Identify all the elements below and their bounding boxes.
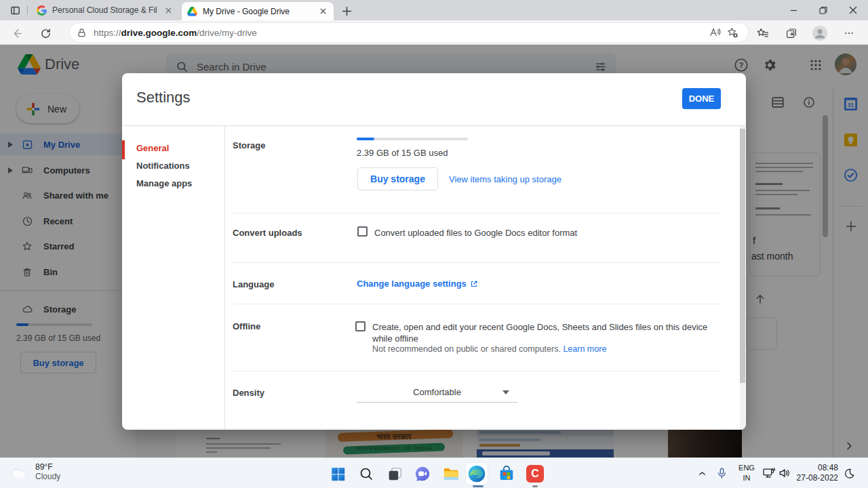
external-link-icon — [470, 280, 478, 288]
dialog-nav-divider — [224, 126, 225, 430]
row-divider — [233, 213, 721, 214]
offline-note: Not recommended on public or shared comp… — [372, 344, 606, 354]
language-label: Language — [233, 279, 274, 289]
offline-label: Offline — [233, 321, 260, 331]
browser-profile-button[interactable] — [812, 25, 828, 41]
url-scheme: https:// — [94, 28, 121, 38]
read-aloud-button[interactable] — [706, 24, 724, 41]
tab-title: My Drive - Google Drive — [203, 7, 312, 16]
tray-language-switcher[interactable]: ENG IN — [736, 463, 757, 483]
collections-button[interactable] — [783, 25, 800, 41]
favorites-button[interactable] — [754, 25, 770, 41]
site-security-lock-icon[interactable] — [77, 28, 87, 38]
density-label: Density — [233, 388, 264, 398]
learn-more-link[interactable]: Learn more — [563, 344, 606, 354]
taskbar-search-button[interactable] — [355, 463, 377, 485]
microsoft-store-button[interactable] — [496, 463, 517, 485]
web-page: Drive Search in Drive ? — [0, 45, 868, 458]
tab-title: Personal Cloud Storage & File Sh — [52, 5, 157, 15]
weather-cloud-icon — [9, 464, 30, 479]
camtasia-button[interactable]: C — [524, 463, 546, 485]
google-favicon-icon — [37, 5, 47, 16]
edge-running-indicator — [473, 485, 484, 487]
density-value: Comfortable — [413, 387, 461, 397]
offline-note-text: Not recommended on public or shared comp… — [372, 344, 561, 354]
convert-uploads-checkbox[interactable] — [357, 226, 368, 237]
windows-taskbar: 89°F Cloudy C — [0, 458, 868, 488]
density-dropdown[interactable]: Comfortable — [357, 382, 517, 403]
weather-widget[interactable]: 89°F Cloudy — [9, 462, 60, 481]
tray-region: IN — [736, 473, 757, 483]
new-tab-button[interactable] — [340, 5, 353, 17]
browser-tab-2-active[interactable]: My Drive - Google Drive — [182, 2, 334, 20]
refresh-button[interactable] — [37, 25, 54, 41]
tray-date: 27-08-2022 — [787, 473, 838, 483]
task-view-button[interactable] — [384, 463, 406, 485]
focus-assist-moon-icon[interactable] — [844, 468, 855, 479]
tab-actions-icon — [9, 5, 21, 16]
browser-toolbar: https://drive.google.com/drive/my-drive — [0, 20, 868, 45]
tab-close-button[interactable] — [163, 5, 174, 16]
add-favorite-button[interactable] — [724, 24, 741, 41]
tray-clock[interactable]: 08:48 27-08-2022 — [787, 463, 838, 483]
storage-usage-text: 2.39 GB of 15 GB used — [357, 148, 448, 158]
convert-uploads-label: Convert uploads — [233, 228, 302, 238]
tab-actions-menu-button[interactable] — [8, 4, 22, 16]
change-language-link[interactable]: Change language settings — [357, 279, 478, 289]
row-divider — [233, 371, 721, 371]
start-button[interactable] — [327, 463, 349, 485]
back-button[interactable] — [8, 25, 24, 41]
drive-favicon-icon — [187, 7, 197, 16]
dialog-title: Settings — [136, 89, 191, 106]
window-minimize-button[interactable] — [778, 0, 808, 20]
offline-checkbox[interactable] — [355, 321, 366, 331]
weather-temperature: 89°F — [35, 462, 60, 472]
done-button[interactable]: DONE — [682, 88, 721, 109]
browser-tab-1[interactable]: Personal Cloud Storage & File Sh — [31, 0, 179, 20]
camtasia-icon: C — [526, 465, 544, 483]
tab-close-button[interactable] — [317, 6, 328, 17]
buy-storage-button[interactable]: Buy storage — [357, 167, 438, 190]
camtasia-running-indicator — [532, 485, 538, 487]
storage-progressbar — [357, 138, 468, 140]
dialog-scrollbar-thumb[interactable] — [740, 129, 745, 383]
tray-microphone-icon[interactable] — [715, 466, 728, 480]
url-path: /drive/my-drive — [197, 28, 257, 38]
chat-teams-button[interactable] — [412, 463, 433, 485]
tray-chevron-up-icon[interactable] — [697, 468, 707, 479]
url-text: https://drive.google.com/drive/my-drive — [94, 28, 706, 38]
browser-tab-strip: Personal Cloud Storage & File Sh My Driv… — [0, 0, 868, 20]
view-items-link[interactable]: View items taking up storage — [449, 174, 561, 184]
weather-condition: Cloudy — [35, 472, 60, 481]
browser-menu-button[interactable] — [841, 25, 857, 41]
dialog-nav-notifications[interactable]: Notifications — [122, 157, 224, 175]
storage-row-label: Storage — [233, 140, 265, 150]
dialog-nav-general[interactable]: General — [122, 140, 224, 157]
tray-language: ENG — [736, 463, 757, 473]
tray-network-icon[interactable] — [762, 466, 776, 480]
convert-uploads-option-text[interactable]: Convert uploaded files to Google Docs ed… — [374, 228, 577, 238]
row-divider — [233, 304, 721, 304]
file-explorer-button[interactable] — [440, 463, 462, 485]
url-domain: drive.google.com — [121, 28, 197, 38]
settings-dialog: Settings DONE General Notifications Mana… — [122, 73, 746, 430]
tab-separator — [27, 5, 28, 15]
dialog-header-divider — [122, 125, 746, 126]
edge-browser-button[interactable] — [466, 463, 488, 485]
change-language-link-text: Change language settings — [357, 279, 467, 289]
row-divider — [233, 262, 721, 263]
address-bar[interactable]: https://drive.google.com/drive/my-drive — [70, 23, 748, 42]
dropdown-caret-icon — [502, 390, 509, 394]
window-close-button[interactable] — [838, 0, 868, 20]
dialog-nav-manage-apps[interactable]: Manage apps — [122, 175, 224, 192]
offline-option-text[interactable]: Create, open and edit your recent Google… — [372, 321, 711, 344]
storage-progress-fill — [357, 138, 374, 140]
tray-time: 08:48 — [787, 463, 838, 473]
window-restore-button[interactable] — [808, 0, 838, 20]
